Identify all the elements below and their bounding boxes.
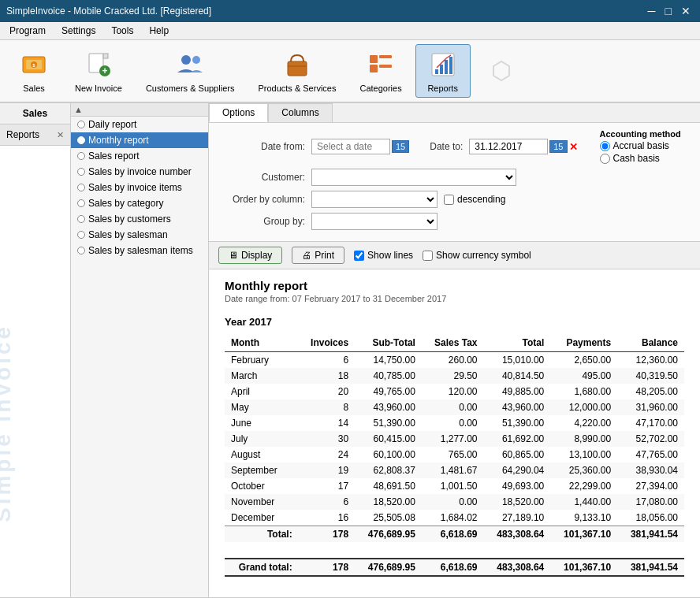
reports-icon (427, 49, 459, 80)
date-to-clear[interactable]: ✕ (569, 141, 578, 153)
cell-4: 60,865.00 (483, 447, 550, 462)
cell-0: December (225, 510, 299, 526)
report-list-item-invoice-number[interactable]: Sales by invoice number (71, 164, 208, 180)
table-row: August2460,100.00765.0060,865.0013,100.0… (225, 447, 684, 462)
cell-2: 60,415.00 (355, 431, 422, 447)
date-from-input[interactable] (311, 139, 390, 154)
close-button[interactable]: ✕ (678, 5, 694, 17)
cell-2: 48,691.50 (355, 478, 422, 494)
menu-program[interactable]: Program (3, 24, 52, 38)
maximize-button[interactable]: □ (662, 5, 675, 17)
display-button[interactable]: 🖥 Display (218, 247, 282, 264)
date-from-label: Date from: (218, 141, 305, 152)
report-list-item-salesman[interactable]: Sales by salesman (71, 227, 208, 243)
sidebar-reports-tab[interactable]: Reports ✕ (0, 124, 70, 146)
show-lines-label[interactable]: Show lines (354, 250, 413, 261)
cell-3: 1,001.50 (422, 478, 484, 494)
cell-0: February (225, 352, 299, 369)
toolbar-new-invoice[interactable]: + New Invoice (65, 44, 132, 98)
report-item-label-sales: Sales report (88, 150, 140, 162)
svg-rect-15 (370, 65, 378, 72)
report-list-item-category[interactable]: Sales by category (71, 195, 208, 211)
customer-select[interactable] (311, 169, 516, 186)
radio-dot-invoice-items (77, 184, 85, 191)
report-list-item-monthly[interactable]: Monthly report (71, 132, 208, 148)
cell-2: 60,100.00 (355, 447, 422, 462)
cell-5: 25,360.00 (550, 462, 617, 478)
cell-3: 1,277.00 (422, 431, 484, 447)
window-title: SimpleInvoice - Mobile Cracked Ltd. [Reg… (6, 6, 211, 17)
sidebar-sales-tab[interactable]: Sales (0, 103, 70, 124)
radio-dot-customers (77, 215, 85, 223)
cell-1: 24 (299, 447, 355, 462)
customer-label: Customer: (218, 172, 305, 183)
date-to-icon[interactable]: 15 (549, 140, 567, 153)
cell-1: 16 (299, 510, 355, 526)
new-invoice-label: New Invoice (75, 84, 122, 93)
reports-tab-close[interactable]: ✕ (57, 130, 64, 140)
radio-dot-daily (77, 121, 85, 128)
minimize-button[interactable]: ─ (645, 5, 659, 17)
tab-columns[interactable]: Columns (268, 103, 332, 122)
cash-radio[interactable]: Cash basis (600, 153, 681, 164)
print-button[interactable]: 🖨 Print (292, 247, 344, 264)
report-list-item-customers[interactable]: Sales by customers (71, 211, 208, 227)
report-table-body: February614,750.00260.0015,010.002,650.0… (225, 352, 684, 577)
cell-2: 25,505.08 (355, 510, 422, 526)
descending-check[interactable]: descending (444, 194, 505, 205)
report-list-item-daily[interactable]: Daily report (71, 117, 208, 132)
col-header-balance: Balance (617, 334, 684, 352)
report-list-item-salesman-items[interactable]: Sales by salesman items (71, 243, 208, 258)
show-currency-label[interactable]: Show currency symbol (423, 250, 531, 261)
accrual-radio[interactable]: Accrual basis (600, 140, 681, 151)
menu-settings[interactable]: Settings (55, 24, 102, 38)
total-cell-4: 483,308.64 (483, 526, 550, 543)
date-to-box: 15 ✕ (469, 139, 577, 154)
cell-1: 19 (299, 462, 355, 478)
menu-bar: Program Settings Tools Help (0, 22, 700, 40)
grand-total-cell-3: 6,618.69 (422, 559, 484, 576)
cell-5: 8,990.00 (550, 431, 617, 447)
cell-6: 47,170.00 (617, 415, 684, 431)
menu-help[interactable]: Help (143, 24, 175, 38)
col-header-payments: Payments (550, 334, 617, 352)
descending-checkbox[interactable] (444, 195, 454, 205)
table-row: March1840,785.0029.5040,814.50495.0040,3… (225, 368, 684, 384)
cell-6: 38,930.04 (617, 462, 684, 478)
cell-1: 6 (299, 494, 355, 510)
cell-5: 4,220.00 (550, 415, 617, 431)
toolbar-products-services[interactable]: Products & Services (248, 44, 346, 98)
cell-5: 1,680.00 (550, 384, 617, 399)
report-content: Monthly report Date range from: 07 Febru… (209, 269, 700, 597)
cell-5: 9,133.10 (550, 510, 617, 526)
customers-suppliers-icon (174, 49, 206, 80)
cell-6: 17,080.00 (617, 494, 684, 510)
cell-1: 17 (299, 478, 355, 494)
toolbar-sales[interactable]: $ Sales (6, 44, 61, 98)
display-icon: 🖥 (229, 250, 238, 261)
date-from-icon[interactable]: 15 (392, 140, 409, 153)
report-item-label-daily: Daily report (88, 119, 136, 130)
toolbar-reports[interactable]: Reports (415, 44, 471, 98)
toolbar-customers-suppliers[interactable]: Customers & Suppliers (136, 44, 245, 98)
report-item-label-invoice-items: Sales by invoice items (88, 182, 182, 193)
cell-0: July (225, 431, 299, 447)
report-item-label-invoice-number: Sales by invoice number (88, 166, 192, 177)
cash-radio-input[interactable] (600, 154, 610, 164)
svg-point-9 (181, 55, 191, 65)
tab-options[interactable]: Options (209, 103, 268, 122)
report-item-label-salesman-items: Sales by salesman items (88, 245, 193, 256)
group-select[interactable] (311, 213, 438, 230)
date-to-input[interactable] (469, 139, 548, 154)
cell-3: 120.00 (422, 384, 484, 399)
cell-6: 27,394.00 (617, 478, 684, 494)
report-list-item-sales[interactable]: Sales report (71, 148, 208, 164)
order-select[interactable] (311, 191, 438, 208)
menu-tools[interactable]: Tools (105, 24, 140, 38)
toolbar-categories[interactable]: Categories (349, 44, 411, 98)
accrual-radio-input[interactable] (600, 141, 610, 151)
report-list-item-invoice-items[interactable]: Sales by invoice items (71, 180, 208, 195)
show-currency-checkbox[interactable] (423, 251, 433, 261)
show-lines-checkbox[interactable] (354, 251, 364, 261)
total-row: Total:178476,689.956,618.69483,308.64101… (225, 526, 684, 543)
